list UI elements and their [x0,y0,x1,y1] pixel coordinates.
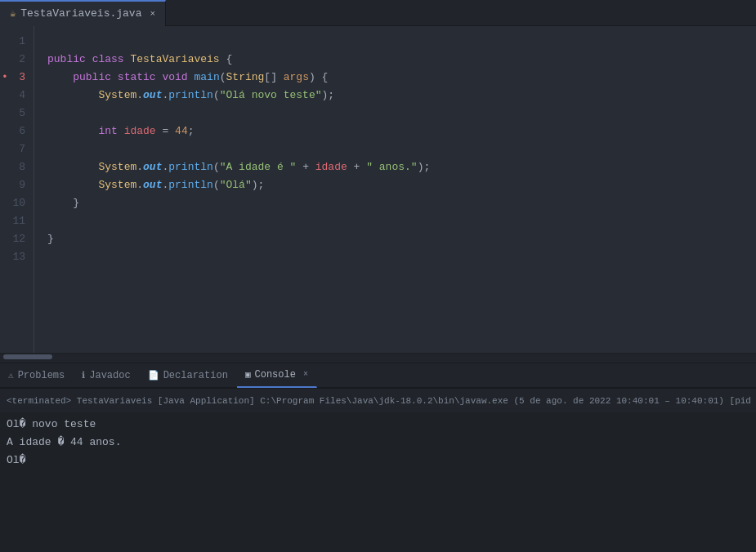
tab-bar: ☕ TestaVariaveis.java × [0,0,756,26]
code-line-3: public static void main(String[] args) { [47,69,756,87]
line-numbers: 1 2 3 4 5 6 7 8 9 10 11 12 13 [0,26,34,353]
line-num-8: 8 [0,158,34,176]
code-line-8: System.out.println("A idade é " + idade … [47,158,756,176]
code-line-13 [47,248,756,266]
tab-console[interactable]: ▣ Console × [237,363,317,388]
tab-javadoc[interactable]: ℹ Javadoc [74,363,139,388]
code-line-11 [47,212,756,230]
code-line-1 [47,33,756,51]
line-num-9: 9 [0,176,34,194]
console-status-text: <terminated> TestaVariaveis [Java Applic… [7,396,751,406]
declaration-icon: 📄 [148,370,159,381]
line-num-12: 12 [0,230,34,248]
code-line-6: int idade = 44; [47,122,756,140]
tab-javadoc-label: Javadoc [89,370,130,381]
tab-label: TestaVariaveis.java [20,7,141,20]
problems-icon: ⚠ [8,370,14,381]
code-editor: 1 2 3 4 5 6 7 8 9 10 11 12 13 public cla… [0,26,756,353]
editor-scrollbar-thumb[interactable] [3,354,52,359]
tab-close-button[interactable]: × [150,9,155,19]
bottom-tabs: ⚠ Problems ℹ Javadoc 📄 Declaration ▣ Con… [0,363,756,388]
tab-console-label: Console [255,369,296,381]
tab-declaration-label: Declaration [163,370,228,381]
console-icon: ▣ [245,369,251,380]
code-line-10: } [47,194,756,212]
console-status: <terminated> TestaVariaveis [Java Applic… [0,388,756,412]
console-line-3: Ol� [7,452,749,470]
code-line-9: System.out.println("Olá"); [47,176,756,194]
code-line-2: public class TestaVariaveis { [47,51,756,69]
console-output: Ol� novo teste A idade � 44 anos. Ol� [0,412,756,552]
line-num-4: 4 [0,87,34,105]
editor-tab[interactable]: ☕ TestaVariaveis.java × [0,0,166,26]
line-num-6: 6 [0,122,34,140]
line-num-13: 13 [0,248,34,266]
console-tab-close[interactable]: × [303,370,308,379]
console-line-2: A idade � 44 anos. [7,434,749,452]
java-file-icon: ☕ [10,7,16,20]
code-line-7 [47,140,756,158]
javadoc-icon: ℹ [82,370,85,381]
console-line-1: Ol� novo teste [7,416,749,434]
code-line-12: } [47,230,756,248]
line-num-3: 3 [0,69,34,87]
tab-declaration[interactable]: 📄 Declaration [140,363,237,388]
editor-scrollbar[interactable] [0,354,756,363]
line-num-2: 2 [0,51,34,69]
code-container: 1 2 3 4 5 6 7 8 9 10 11 12 13 public cla… [0,26,756,353]
line-num-10: 10 [0,194,34,212]
tab-problems-label: Problems [18,370,65,381]
line-num-5: 5 [0,105,34,122]
code-line-5 [47,105,756,122]
tab-problems[interactable]: ⚠ Problems [0,363,74,388]
line-num-7: 7 [0,140,34,158]
line-num-1: 1 [0,33,34,51]
code-lines[interactable]: public class TestaVariaveis { public sta… [34,26,756,353]
line-num-11: 11 [0,212,34,230]
code-line-4: System.out.println("Olá novo teste"); [47,87,756,105]
bottom-panel: ⚠ Problems ℹ Javadoc 📄 Declaration ▣ Con… [0,363,756,552]
